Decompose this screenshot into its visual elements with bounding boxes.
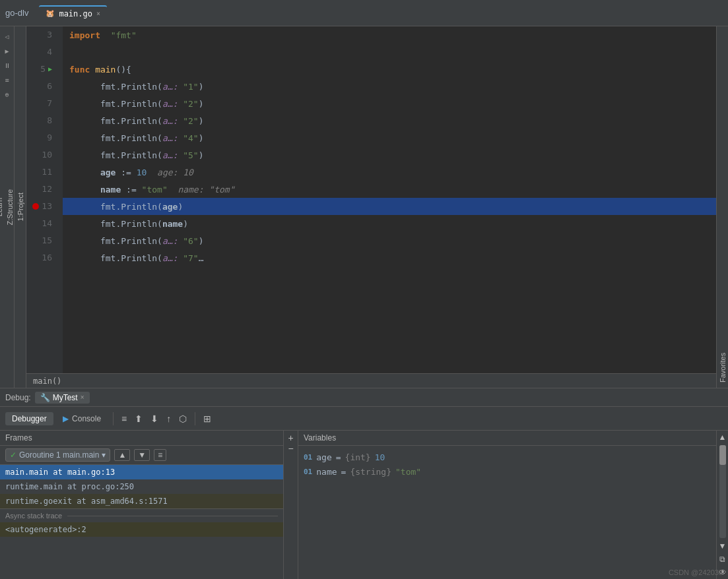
arg-name: name <box>162 219 183 229</box>
run-icon[interactable]: ▶ <box>48 64 52 75</box>
breakpoint-icon[interactable] <box>32 203 39 210</box>
colon-eq-name: := <box>121 185 141 195</box>
copy-button[interactable]: ⧉ <box>717 553 727 566</box>
line-13-bp[interactable]: 13 <box>26 198 57 215</box>
goroutine-nav-list[interactable]: ≡ <box>154 449 166 461</box>
toolbar-run-to-cursor-icon[interactable]: ⬡ <box>176 412 189 425</box>
line-numbers: 3 4 5 ▶ 6 7 8 9 10 11 12 13 14 15 1 <box>26 26 63 373</box>
fn-main: main <box>95 65 116 75</box>
line-12: 12 <box>26 181 57 198</box>
code-line-6: fmt.Println( a…: "1" ) <box>63 78 716 95</box>
file-tab-main-go[interactable]: 🐹 main.go × <box>39 5 107 21</box>
sidebar-structure-icon[interactable]: ≡ <box>1 74 13 86</box>
sidebar-triangle-icon[interactable]: ▶ <box>1 45 13 57</box>
toolbar-step-into-icon[interactable]: ⬇ <box>148 412 161 425</box>
var-name: name <box>100 185 121 195</box>
toolbar-table-icon[interactable]: ⊞ <box>201 412 214 425</box>
toolbar-divider-2 <box>195 412 195 425</box>
colon-eq-age: := <box>116 168 136 177</box>
console-icon: ▶ <box>63 414 69 423</box>
breadcrumb-bar: main() <box>26 373 716 388</box>
toolbar-step-over-icon[interactable]: ⬆ <box>132 412 145 425</box>
breadcrumb-main[interactable]: main() <box>33 377 61 386</box>
favorites-label[interactable]: Favorites <box>717 26 728 388</box>
str-1: "1" <box>183 82 198 92</box>
code-content[interactable]: import "fmt" func main (){ fmt.P <box>63 26 716 373</box>
goroutine-label: Goroutine 1 main.main <box>19 450 99 460</box>
line-3: 3 <box>26 26 57 44</box>
scroll-down-button[interactable]: ▼ <box>717 539 728 553</box>
top-bar: go-dlv 🐹 main.go × <box>0 0 728 26</box>
code-line-4 <box>63 44 716 61</box>
goroutine-nav-down[interactable]: ▼ <box>134 449 150 461</box>
autogen-item[interactable]: <autogenerated>:2 <box>0 522 283 537</box>
go-file-icon: 🐹 <box>46 9 55 18</box>
param-a6: a…: <box>162 82 178 92</box>
frames-panel: Frames ✓ Goroutine 1 main.main ▾ ▲ ▼ ≡ m… <box>0 431 284 579</box>
project-panel[interactable]: 1:Project Z:Structure Learn <box>15 26 26 388</box>
debugger-tab-button[interactable]: Debugger <box>5 412 53 425</box>
project-label[interactable]: 1:Project <box>15 187 26 226</box>
fmt-14: fmt.Println( <box>100 219 162 229</box>
learn-label[interactable]: Learn <box>0 193 5 222</box>
sidebar-pause-icon[interactable]: ⏸ <box>1 59 13 71</box>
line-14: 14 <box>26 215 57 232</box>
toolbar-menu-icon[interactable]: ≡ <box>119 412 129 425</box>
app-logo: go-dlv <box>5 8 28 18</box>
line-6: 6 <box>26 78 57 95</box>
val-tom: "tom" <box>142 185 168 195</box>
structure-label[interactable]: Z:Structure <box>5 184 15 230</box>
goroutine-dropdown[interactable]: ✓ Goroutine 1 main.main ▾ <box>5 448 110 462</box>
tab-close-button[interactable]: × <box>96 10 100 17</box>
toolbar-step-out-icon[interactable]: ↑ <box>164 412 174 425</box>
fmt-16: fmt.Println( <box>100 253 162 263</box>
str-5: "5" <box>183 150 198 160</box>
scroll-up-button[interactable]: ▲ <box>717 431 728 444</box>
fmt-7: fmt.Println( <box>100 99 162 109</box>
close-8: ) <box>199 116 204 126</box>
hint-name: name: "tom" <box>178 185 234 195</box>
frames-list: main.main at main.go:13 runtime.main at … <box>0 465 283 579</box>
val-10: 10 <box>137 168 147 177</box>
goroutine-nav-up[interactable]: ▲ <box>114 449 130 461</box>
add-var-button[interactable]: + <box>288 433 293 442</box>
line-8: 8 <box>26 112 57 129</box>
frame-item-2[interactable]: runtime.goexit at asm_amd64.s:1571 <box>0 494 283 508</box>
session-close[interactable]: × <box>81 394 84 401</box>
frame-item-0[interactable]: main.main at main.go:13 <box>0 465 283 479</box>
line-9: 9 <box>26 129 57 146</box>
remove-var-button[interactable]: − <box>288 444 293 453</box>
sidebar-learn-icon[interactable]: ⊕ <box>1 88 13 100</box>
param-a9: a…: <box>162 133 178 143</box>
async-trace-header: Async stack trace <box>0 508 283 522</box>
sidebar-project-toggle[interactable]: ◁ <box>1 30 13 42</box>
debug-panel: Debug: 🔧 MyTest × Debugger ▶ Console ≡ ⬆… <box>0 388 728 579</box>
debug-session-tab[interactable]: 🔧 MyTest × <box>35 392 90 404</box>
close-15: ) <box>199 236 204 246</box>
str-4: "4" <box>183 133 198 143</box>
editor-area: 3 4 5 ▶ 6 7 8 9 10 11 12 13 14 15 1 <box>26 26 716 388</box>
watch-button[interactable]: 👁 <box>717 566 729 579</box>
line-16: 16 <box>26 249 57 266</box>
goroutine-selector: ✓ Goroutine 1 main.main ▾ ▲ ▼ ≡ <box>0 446 283 465</box>
variable-name[interactable]: 01 name = {string} "tom" <box>304 464 711 479</box>
frame-item-1[interactable]: runtime.main at proc.go:250 <box>0 479 283 494</box>
str-7: "7" <box>183 253 198 263</box>
debug-label: Debug: <box>5 393 31 402</box>
close-10: ) <box>199 150 204 160</box>
var-age: age <box>100 168 116 177</box>
variables-panel: Variables 01 age = {int} 10 01 name = {s… <box>298 431 716 579</box>
arg-age: age <box>162 202 178 212</box>
close-6: ) <box>199 82 204 92</box>
import-fmt: "fmt" <box>111 30 137 40</box>
debug-content: Frames ✓ Goroutine 1 main.main ▾ ▲ ▼ ≡ m… <box>0 431 728 579</box>
var-value-name: "tom" <box>395 467 421 477</box>
close-14: ) <box>183 219 188 229</box>
var-eq-age: = <box>336 452 341 462</box>
scroll-track[interactable] <box>719 445 726 538</box>
main-layout: ◁ ▶ ⏸ ≡ ⊕ 1:Project Z:Structure Learn 3 … <box>0 26 728 388</box>
var-badge-name: 01 <box>304 468 312 476</box>
paren-open: (){ <box>116 65 131 75</box>
variable-age[interactable]: 01 age = {int} 10 <box>304 450 711 464</box>
console-tab-button[interactable]: ▶ Console <box>56 412 108 425</box>
